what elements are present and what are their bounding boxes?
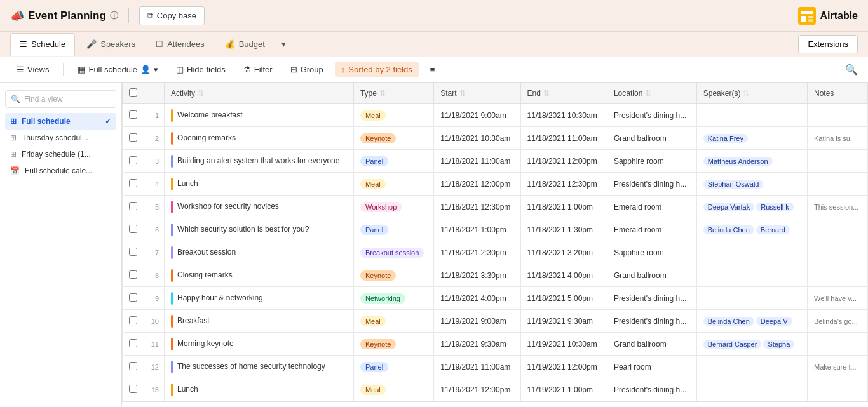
row-number: 1 (144, 104, 165, 127)
row-checkbox[interactable] (123, 356, 144, 378)
speakers-header[interactable]: Speaker(s) ⇅ (696, 83, 807, 104)
notes-cell (807, 104, 867, 127)
filter-button[interactable]: ⚗ Filter (237, 62, 279, 77)
row-checkbox-input[interactable] (129, 110, 137, 119)
table-row[interactable]: 10BreakfastMeal11/19/2021 9:00am11/19/20… (123, 310, 868, 333)
start-header[interactable]: Start ⇅ (434, 83, 520, 104)
table-row[interactable]: 11Morning keynoteKeynote11/19/2021 9:30a… (123, 333, 868, 356)
search-button[interactable]: 🔍 (845, 63, 858, 76)
type-badge: Panel (360, 362, 388, 372)
activity-cell[interactable]: Building an alert system that works for … (165, 150, 354, 173)
sidebar-item-full-schedule[interactable]: ⊞ Full schedule ✓ (5, 113, 116, 130)
sorted-button[interactable]: ↕ Sorted by 2 fields (335, 62, 419, 77)
row-checkbox-input[interactable] (129, 385, 137, 393)
activity-cell[interactable]: Which security solution is best for you? (165, 218, 354, 241)
activity-cell[interactable]: Opening remarks (165, 127, 354, 150)
table-row[interactable]: 7Breakout sessionBreakout session11/18/2… (123, 241, 868, 264)
row-checkbox-input[interactable] (129, 133, 137, 142)
table-row[interactable]: 1Welcome breakfastMeal11/18/2021 9:00am1… (123, 104, 868, 127)
table-wrapper[interactable]: Activity ⇅ Type ⇅ Start ⇅ (122, 83, 868, 407)
end-cell: 11/18/2021 5:00pm (520, 287, 607, 310)
row-checkbox[interactable] (123, 104, 144, 127)
tab-budget[interactable]: 💰 Budget (216, 33, 274, 56)
table-row[interactable]: 13LunchMeal11/19/2021 12:00pm11/19/2021 … (123, 378, 868, 401)
activity-cell[interactable]: Workshop for security novices (165, 196, 354, 218)
person-icon: 👤 (140, 65, 151, 74)
end-cell: 11/18/2021 12:30pm (520, 173, 607, 196)
activity-cell[interactable]: Morning keynote (165, 333, 354, 356)
activity-cell[interactable]: The successes of home security technolog… (165, 356, 354, 378)
table-row[interactable]: 12The successes of home security technol… (123, 356, 868, 378)
row-checkbox[interactable] (123, 196, 144, 218)
color-bar (171, 224, 173, 236)
start-cell: 11/18/2021 2:30pm (434, 241, 520, 264)
activity-cell[interactable]: Breakfast (165, 310, 354, 333)
row-checkbox-input[interactable] (129, 248, 137, 256)
end-cell: 11/18/2021 3:20pm (520, 241, 607, 264)
sidebar-item-calendar[interactable]: 📅 Full schedule cale... (5, 163, 116, 179)
activity-cell[interactable]: Lunch (165, 173, 354, 196)
row-checkbox-input[interactable] (129, 270, 137, 279)
location-cell: Sapphire room (607, 150, 696, 173)
speakers-cell (696, 356, 807, 378)
info-icon[interactable]: ⓘ (110, 10, 118, 22)
sort-icon: ⇅ (379, 89, 386, 98)
checkbox-header[interactable] (123, 83, 144, 104)
row-checkbox-input[interactable] (129, 156, 137, 164)
row-checkbox[interactable] (123, 287, 144, 310)
group-button[interactable]: ⊞ Group (284, 62, 330, 77)
activity-header[interactable]: Activity ⇅ (165, 83, 354, 104)
find-view-input[interactable]: 🔍 Find a view (5, 90, 116, 108)
hide-fields-button[interactable]: ◫ Hide fields (170, 62, 232, 77)
speaker-chip: Mattheus Anderson (703, 157, 773, 166)
table-row[interactable]: 4LunchMeal11/18/2021 12:00pm11/18/2021 1… (123, 173, 868, 196)
activity-cell[interactable]: Happy hour & networking (165, 287, 354, 310)
tab-speakers[interactable]: 🎤 Speakers (78, 33, 144, 56)
table-row[interactable]: 2Opening remarksKeynote11/18/2021 10:30a… (123, 127, 868, 150)
row-checkbox[interactable] (123, 150, 144, 173)
full-schedule-button[interactable]: ▦ Full schedule 👤 ▾ (71, 62, 165, 77)
sidebar-item-thursday[interactable]: ⊞ Thursday schedul... (5, 130, 116, 146)
row-checkbox[interactable] (123, 127, 144, 150)
row-checkbox[interactable] (123, 218, 144, 241)
views-button[interactable]: ☰ Views (10, 62, 55, 77)
activity-cell[interactable]: Closing remarks (165, 264, 354, 287)
row-checkbox[interactable] (123, 264, 144, 287)
row-checkbox[interactable] (123, 173, 144, 196)
notes-header[interactable]: Notes (807, 83, 867, 104)
copy-base-button[interactable]: ⧉ Copy base (139, 6, 205, 25)
type-header[interactable]: Type ⇅ (353, 83, 433, 104)
activity-cell[interactable]: Breakout session (165, 241, 354, 264)
activity-cell[interactable]: Lunch (165, 378, 354, 401)
row-checkbox-input[interactable] (129, 339, 137, 347)
row-checkbox-input[interactable] (129, 179, 137, 187)
row-height-button[interactable]: ≡ (424, 62, 442, 77)
more-tabs-button[interactable]: ▾ (276, 36, 291, 53)
row-checkbox-input[interactable] (129, 293, 137, 302)
activity-cell[interactable]: Welcome breakfast (165, 104, 354, 127)
row-checkbox[interactable] (123, 241, 144, 264)
table-row[interactable]: 6Which security solution is best for you… (123, 218, 868, 241)
tab-schedule[interactable]: ☰ Schedule (10, 33, 75, 56)
end-header[interactable]: End ⇅ (520, 83, 607, 104)
location-header[interactable]: Location ⇅ (607, 83, 696, 104)
row-checkbox-input[interactable] (129, 362, 137, 370)
row-checkbox[interactable] (123, 333, 144, 356)
table-row[interactable]: 3Building an alert system that works for… (123, 150, 868, 173)
type-badge: Meal (360, 110, 386, 121)
row-checkbox[interactable] (123, 378, 144, 401)
extensions-button[interactable]: Extensions (798, 35, 858, 53)
table-row[interactable]: 5Workshop for security novicesWorkshop11… (123, 196, 868, 218)
sidebar-item-friday[interactable]: ⊞ Friday schedule (1... (5, 146, 116, 163)
select-all-checkbox[interactable] (129, 88, 137, 97)
row-checkbox-input[interactable] (129, 316, 137, 324)
table-row[interactable]: 8Closing remarksKeynote11/18/2021 3:30pm… (123, 264, 868, 287)
table-row[interactable]: 9Happy hour & networkingNetworking11/18/… (123, 287, 868, 310)
type-badge: Breakout session (360, 248, 424, 258)
end-cell: 11/19/2021 9:30am (520, 310, 607, 333)
row-checkbox-input[interactable] (129, 202, 137, 210)
tab-attendees[interactable]: ☐ Attendees (147, 33, 214, 56)
row-checkbox-input[interactable] (129, 225, 137, 233)
sort-icon: ⇅ (743, 89, 749, 98)
row-checkbox[interactable] (123, 310, 144, 333)
